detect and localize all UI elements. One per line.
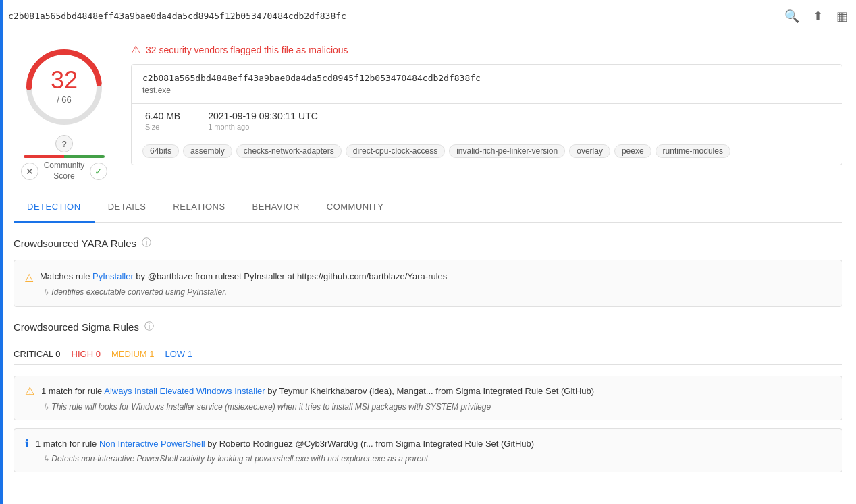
sigma-match-main-1: ℹ1 match for rule Non Interactive PowerS…	[25, 437, 831, 451]
community-bar-green	[64, 155, 105, 158]
yara-rule-main: △ Matches rule PyInstaller by @bartblaze…	[25, 270, 831, 283]
gauge-text: 32 / 66	[51, 66, 78, 105]
sigma-matches: ⚠1 match for rule Always Install Elevate…	[14, 376, 842, 472]
tab-details[interactable]: DETAILS	[95, 192, 160, 223]
file-size-value: 6.40 MB	[145, 111, 180, 121]
file-hash: c2b081a565dbd4848eff43a9bae0da4da5cd8945…	[142, 73, 831, 83]
tags-row: 64bitsassemblychecks-network-adaptersdir…	[132, 138, 842, 165]
topbar: c2b081a565dbd4848eff43a9bae0da4da5cd8945…	[0, 0, 856, 32]
tab-behavior[interactable]: BEHAVIOR	[239, 192, 313, 223]
info-circle-icon-1: ℹ	[25, 437, 29, 450]
sigma-rule-link-1[interactable]: Non Interactive PowerShell	[99, 439, 205, 449]
sigma-rule-link-0[interactable]: Always Install Elevated Windows Installe…	[104, 386, 265, 396]
community-q: ?	[55, 135, 73, 152]
sigma-filter-label-medium: MEDIUM 1	[111, 349, 155, 359]
topbar-hash: c2b081a565dbd4848eff43a9bae0da4da5cd8945…	[8, 11, 784, 21]
content: Crowdsourced YARA Rules ⓘ △ Matches rule…	[14, 223, 842, 494]
sigma-filter-label-high: HIGH 0	[72, 349, 101, 359]
file-name: test.exe	[142, 86, 831, 95]
sigma-filter-row: CRITICAL 0HIGH 0MEDIUM 1LOW 1	[14, 343, 842, 365]
sigma-filter-medium[interactable]: MEDIUM 1	[111, 349, 155, 359]
tag-64bits[interactable]: 64bits	[142, 144, 179, 158]
yara-match-middle: by @bartblaze from ruleset PyInstaller a…	[134, 271, 448, 281]
sigma-match-text-1: 1 match for rule Non Interactive PowerSh…	[36, 437, 534, 451]
warning-icon-0: ⚠	[25, 385, 34, 397]
gauge-score: 32	[51, 66, 78, 94]
community-section: ✕ CommunityScore ✓	[21, 161, 108, 181]
sigma-match-text-0: 1 match for rule Always Install Elevated…	[41, 385, 594, 398]
sigma-match-prefix-0: 1 match for rule	[41, 386, 104, 396]
community-bar	[24, 155, 105, 158]
sigma-match-main-0: ⚠1 match for rule Always Install Elevate…	[25, 385, 831, 398]
file-date-col: 2021-09-19 09:30:11 UTC 1 month ago	[194, 104, 331, 138]
file-info-section: ⚠ 32 security vendors flagged this file …	[131, 43, 842, 165]
file-size-col: 6.40 MB Size	[132, 104, 194, 138]
sigma-info-icon[interactable]: ⓘ	[144, 320, 154, 333]
yara-rule-sub: Identifies executable converted using Py…	[25, 287, 831, 297]
tag-assembly[interactable]: assembly	[183, 144, 232, 158]
search-icon[interactable]: 🔍	[784, 9, 799, 24]
sigma-match-middle-1: by Roberto Rodriguez @Cyb3rWard0g (r... …	[205, 439, 534, 449]
file-size-label: Size	[145, 123, 180, 131]
sigma-filter-critical[interactable]: CRITICAL 0	[14, 349, 61, 359]
yara-title-text: Crowdsourced YARA Rules	[14, 237, 136, 249]
sigma-filter-high[interactable]: HIGH 0	[72, 349, 101, 359]
sigma-match-card-1: ℹ1 match for rule Non Interactive PowerS…	[14, 428, 842, 473]
tab-relations[interactable]: RELATIONS	[159, 192, 238, 223]
sigma-section-title: Crowdsourced Sigma Rules ⓘ	[14, 320, 842, 333]
tag-direct-cpu-clock-access[interactable]: direct-cpu-clock-access	[346, 144, 445, 158]
yara-match-prefix: Matches rule	[40, 271, 92, 281]
alert-icon: ⚠	[131, 43, 140, 56]
yara-rule-text: Matches rule PyInstaller by @bartblaze f…	[40, 270, 447, 283]
tag-overlay[interactable]: overlay	[569, 144, 610, 158]
alert-text: 32 security vendors flagged this file as…	[146, 45, 348, 55]
tab-community[interactable]: COMMUNITY	[313, 192, 398, 223]
sigma-match-sub-0: This rule will looks for Windows Install…	[25, 402, 831, 412]
community-bar-red	[24, 155, 64, 158]
gauge-container: 32 / 66	[20, 43, 108, 131]
gauge-wrapper: 32 / 66 ? ✕ CommunityScore ✓	[14, 43, 115, 181]
yara-rule-name-link[interactable]: PyInstaller	[92, 271, 134, 281]
community-question-btn[interactable]: ?	[55, 135, 73, 152]
top-section: 32 / 66 ? ✕ CommunityScore ✓ ⚠ 32 s	[14, 43, 842, 181]
tag-checks-network-adapters[interactable]: checks-network-adapters	[236, 144, 342, 158]
tabs: DETECTIONDETAILSRELATIONSBEHAVIORCOMMUNI…	[14, 192, 842, 223]
tag-invalid-rich-pe-linker-version[interactable]: invalid-rich-pe-linker-version	[449, 144, 565, 158]
alert-row: ⚠ 32 security vendors flagged this file …	[131, 43, 842, 56]
sigma-match-middle-0: by Teymur Kheirkhabarov (idea), Mangat..…	[265, 386, 594, 396]
file-meta-box: c2b081a565dbd4848eff43a9bae0da4da5cd8945…	[131, 64, 842, 165]
yara-rule-card: △ Matches rule PyInstaller by @bartblaze…	[14, 260, 842, 307]
gauge-total: / 66	[51, 94, 78, 105]
yara-info-icon[interactable]: ⓘ	[142, 237, 151, 249]
file-date-value: 2021-09-19 09:30:11 UTC	[208, 111, 318, 121]
grid-icon[interactable]: ▦	[836, 9, 848, 24]
sigma-filter-label-critical: CRITICAL 0	[14, 349, 61, 359]
sigma-match-prefix-1: 1 match for rule	[36, 439, 99, 449]
tag-peexe[interactable]: peexe	[614, 144, 651, 158]
file-meta-top: c2b081a565dbd4848eff43a9bae0da4da5cd8945…	[132, 65, 842, 104]
sigma-section: Crowdsourced Sigma Rules ⓘ CRITICAL 0HIG…	[14, 320, 842, 472]
community-vote-good-button[interactable]: ✓	[90, 163, 107, 180]
sigma-match-card-0: ⚠1 match for rule Always Install Elevate…	[14, 376, 842, 420]
warning-icon: △	[25, 271, 33, 283]
tag-runtime-modules[interactable]: runtime-modules	[656, 144, 730, 158]
upload-icon[interactable]: ⬆	[813, 9, 823, 24]
yara-section-title: Crowdsourced YARA Rules ⓘ	[14, 237, 842, 249]
community-vote-bad-button[interactable]: ✕	[21, 163, 38, 180]
sigma-title-text: Crowdsourced Sigma Rules	[14, 321, 139, 333]
file-meta-bottom: 6.40 MB Size 2021-09-19 09:30:11 UTC 1 m…	[132, 104, 842, 138]
file-date-ago: 1 month ago	[208, 123, 318, 131]
tab-detection[interactable]: DETECTION	[14, 192, 95, 223]
sigma-filter-label-low: LOW 1	[165, 349, 192, 359]
sigma-match-sub-1: Detects non-interactive PowerShell activ…	[25, 454, 831, 464]
community-score-label: CommunityScore	[44, 161, 85, 181]
sigma-filter-low[interactable]: LOW 1	[165, 349, 192, 359]
